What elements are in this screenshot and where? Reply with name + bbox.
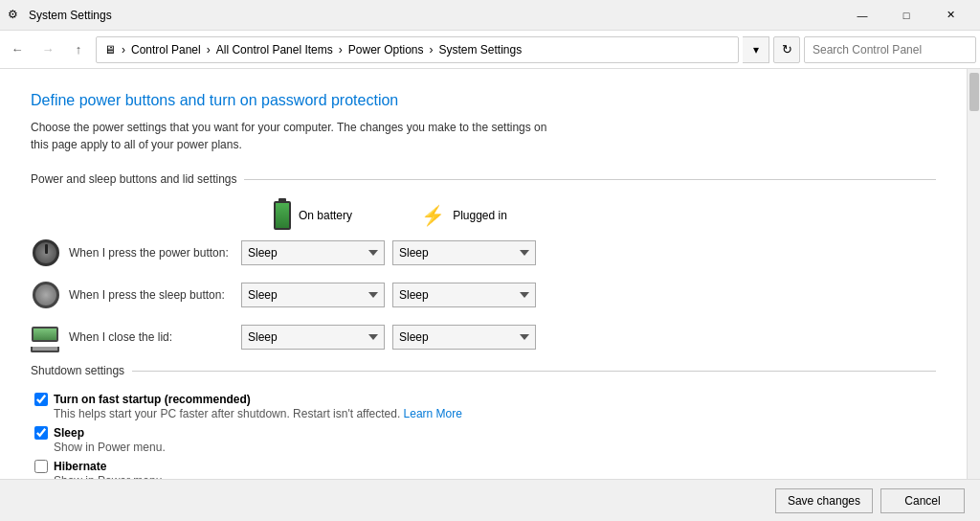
- up-button[interactable]: ↑: [65, 36, 92, 63]
- section1-header: Power and sleep buttons and lid settings: [31, 172, 936, 186]
- page-title: Define power buttons and turn on passwor…: [31, 92, 936, 109]
- footer: Save changes Cancel: [0, 479, 980, 521]
- path-icon: 🖥: [104, 43, 116, 57]
- path-all-items: All Control Panel Items: [216, 43, 333, 57]
- sleep-button-label: When I press the sleep button:: [69, 288, 241, 302]
- lid-label: When I close the lid:: [69, 330, 241, 344]
- power-button-row: When I press the power button: Sleep Do …: [31, 238, 936, 268]
- content-area: Define power buttons and turn on passwor…: [0, 69, 967, 521]
- lid-battery-select[interactable]: Sleep Do nothing Hibernate Shut down Tur…: [241, 325, 385, 350]
- address-bar: ← → ↑ 🖥 › Control Panel › All Control Pa…: [0, 31, 980, 69]
- pluggedin-label: Plugged in: [453, 209, 507, 222]
- window-controls: — □ ✕: [840, 0, 972, 31]
- hibernate-title: Hibernate: [54, 460, 106, 473]
- section1-line: [244, 179, 936, 180]
- fast-startup-desc: This helps start your PC faster after sh…: [54, 407, 936, 420]
- battery-icon: [274, 201, 291, 230]
- fast-startup-title: Turn on fast startup (recommended): [54, 393, 251, 406]
- minimize-button[interactable]: —: [840, 0, 884, 31]
- lid-selects: Sleep Do nothing Hibernate Shut down Tur…: [241, 325, 536, 350]
- pluggedin-column-header: ⚡ Plugged in: [392, 201, 536, 230]
- forward-button[interactable]: →: [34, 36, 61, 63]
- address-dropdown[interactable]: ▾: [743, 36, 769, 63]
- sleep-desc: Show in Power menu.: [54, 441, 936, 454]
- title-bar: ⚙ System Settings — □ ✕: [0, 0, 980, 31]
- path-control-panel: Control Panel: [131, 43, 201, 57]
- address-path[interactable]: 🖥 › Control Panel › All Control Panel It…: [96, 36, 739, 63]
- sleep-title: Sleep: [54, 426, 84, 440]
- plugin-icon: ⚡: [421, 204, 445, 227]
- power-button-battery-select[interactable]: Sleep Do nothing Hibernate Shut down Tur…: [241, 240, 385, 265]
- sleep-checkbox[interactable]: [34, 426, 48, 440]
- close-button[interactable]: ✕: [928, 0, 972, 31]
- section1-title: Power and sleep buttons and lid settings: [31, 172, 244, 186]
- lid-pluggedin-select[interactable]: Sleep Do nothing Hibernate Shut down Tur…: [392, 325, 536, 350]
- sleep-button-row: When I press the sleep button: Sleep Do …: [31, 280, 936, 310]
- section2-line: [132, 371, 936, 372]
- battery-column-header: On battery: [241, 201, 385, 230]
- hibernate-checkbox[interactable]: [34, 460, 48, 473]
- refresh-button[interactable]: ↻: [773, 36, 800, 63]
- power-button-icon: [31, 238, 61, 268]
- sleep-button-pluggedin-select[interactable]: Sleep Do nothing Hibernate Shut down Tur…: [392, 283, 536, 307]
- scrollbar[interactable]: [967, 69, 980, 521]
- learn-more-link[interactable]: Learn More: [404, 407, 462, 420]
- search-input[interactable]: [804, 36, 976, 63]
- scrollbar-thumb[interactable]: [969, 73, 979, 111]
- section2-title: Shutdown settings: [31, 364, 132, 377]
- fast-startup-checkbox[interactable]: [34, 393, 48, 406]
- lid-row: When I close the lid: Sleep Do nothing H…: [31, 322, 936, 352]
- power-button-selects: Sleep Do nothing Hibernate Shut down Tur…: [241, 240, 536, 265]
- sleep-item: Sleep Show in Power menu.: [31, 426, 936, 454]
- sleep-button-selects: Sleep Do nothing Hibernate Shut down Tur…: [241, 283, 536, 307]
- cancel-button[interactable]: Cancel: [880, 488, 965, 513]
- battery-label: On battery: [299, 209, 352, 222]
- sleep-button-battery-select[interactable]: Sleep Do nothing Hibernate Shut down Tur…: [241, 283, 385, 307]
- section2-header: Shutdown settings: [31, 364, 936, 377]
- sleep-button-icon: [31, 280, 61, 310]
- window-title: System Settings: [29, 9, 840, 22]
- maximize-button[interactable]: □: [884, 0, 928, 31]
- back-button[interactable]: ←: [4, 36, 31, 63]
- path-power-options: Power Options: [348, 43, 424, 57]
- save-button[interactable]: Save changes: [775, 488, 873, 513]
- lid-icon: [31, 322, 61, 352]
- power-button-label: When I press the power button:: [69, 246, 241, 260]
- main-container: Define power buttons and turn on passwor…: [0, 69, 980, 521]
- column-headers: On battery ⚡ Plugged in: [241, 201, 936, 230]
- power-button-pluggedin-select[interactable]: Sleep Do nothing Hibernate Shut down Tur…: [392, 240, 536, 265]
- app-icon: ⚙: [8, 8, 23, 23]
- path-current: System Settings: [438, 43, 522, 57]
- page-description: Choose the power settings that you want …: [31, 119, 567, 153]
- fast-startup-item: Turn on fast startup (recommended) This …: [31, 393, 936, 420]
